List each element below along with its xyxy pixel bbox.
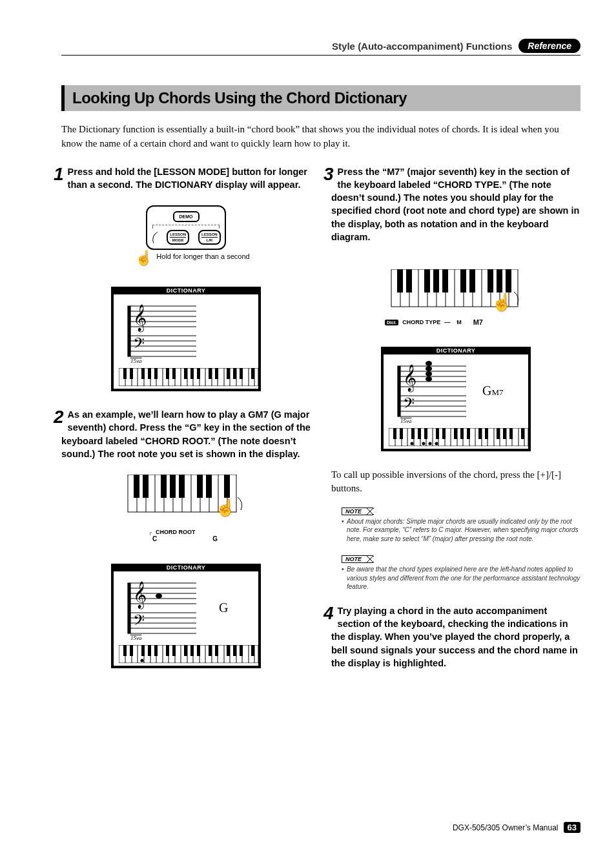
- svg-rect-66: [143, 475, 149, 498]
- chord-root-label: CHORD ROOT: [156, 529, 196, 535]
- note-label-1: NOTE: [342, 508, 373, 515]
- note-label-2: NOTE: [342, 555, 373, 563]
- dictionary-header: DICTIONARY: [111, 287, 261, 294]
- note-box-2: NOTE Be aware that the chord types expla…: [331, 552, 580, 591]
- svg-point-129: [141, 659, 144, 662]
- svg-point-216: [435, 442, 438, 445]
- mini-keyboard-g-icon: [119, 645, 258, 663]
- footer-manual-name: DGX-505/305 Owner’s Manual: [453, 823, 559, 832]
- staff-notation-g-icon: 𝄞 𝄢 G 15va: [119, 577, 254, 641]
- svg-point-213: [411, 442, 414, 445]
- svg-rect-14: [119, 368, 258, 386]
- demo-button-label: DEMO: [173, 211, 200, 222]
- svg-text:𝄞: 𝄞: [133, 304, 147, 333]
- svg-rect-145: [406, 269, 412, 292]
- svg-rect-185: [478, 428, 482, 439]
- svg-rect-90: [119, 645, 258, 663]
- chord-type-label: CHORD TYPE: [402, 319, 440, 325]
- dictionary-header-2: DICTIONARY: [111, 564, 261, 571]
- svg-text:GM7: GM7: [482, 384, 504, 398]
- step-3: 3 Press the “M7” (major seventh) key in …: [331, 165, 580, 244]
- section-title: Looking Up Chords Using the Chord Dictio…: [72, 89, 573, 107]
- svg-rect-182: [454, 428, 457, 439]
- svg-rect-147: [433, 269, 439, 292]
- figure-dictionary-empty: DICTIONARY 𝄞 𝄢 15va: [61, 283, 311, 391]
- svg-rect-104: [233, 645, 236, 656]
- note-2-text: Be aware that the chord types explained …: [342, 565, 580, 591]
- svg-rect-69: [179, 475, 185, 498]
- svg-rect-153: [506, 269, 511, 292]
- svg-text:15va: 15va: [130, 358, 142, 364]
- note-box-1: NOTE About major chords: Simple major ch…: [331, 504, 580, 544]
- svg-rect-103: [227, 645, 230, 656]
- svg-rect-65: [134, 475, 139, 498]
- svg-text:15va: 15va: [130, 635, 142, 641]
- chord-type-keyboard-icon: ☝: [385, 269, 527, 314]
- svg-point-215: [429, 442, 432, 445]
- step-4-text: Try playing a chord in the auto accompan…: [331, 606, 578, 668]
- hand-pointer-icon: ☝: [135, 251, 152, 265]
- dictionary-header-3: DICTIONARY: [381, 347, 531, 354]
- lesson-mode-button: LESSON MODE: [167, 230, 189, 245]
- inversion-note: To call up possible inversions of the ch…: [331, 468, 580, 495]
- svg-rect-187: [497, 428, 500, 439]
- hold-caption: Hold for longer than a second: [156, 252, 249, 260]
- svg-text:𝄞: 𝄞: [133, 581, 147, 610]
- svg-point-170: [426, 366, 432, 371]
- svg-rect-98: [184, 645, 187, 656]
- step-1: 1 Press and hold the [LESSON MODE] butto…: [61, 165, 311, 192]
- svg-rect-25: [209, 368, 212, 379]
- key-g-label: G: [212, 535, 218, 542]
- svg-rect-68: [170, 475, 176, 498]
- note-1-text: About major chords: Simple major chords …: [342, 517, 580, 544]
- svg-text:𝄢: 𝄢: [133, 335, 145, 355]
- svg-point-214: [422, 442, 426, 445]
- staff-notation-gm7-icon: 𝄞 𝄢 GM7 15va: [389, 360, 524, 424]
- svg-text:G: G: [219, 600, 228, 615]
- svg-point-171: [426, 361, 432, 366]
- step-2-text: As an example, we’ll learn how to play a…: [61, 409, 311, 459]
- chord-root-keyboard-icon: ☝: [121, 475, 251, 525]
- svg-point-168: [426, 376, 432, 382]
- key-c-label: C: [152, 535, 157, 542]
- step-4-number: 4: [323, 604, 334, 622]
- figure-lesson-button: DEMO LESSON MODE LESSON L/R: [61, 205, 311, 267]
- page-number-badge: 63: [564, 822, 580, 833]
- svg-rect-70: [197, 475, 203, 498]
- reference-badge: Reference: [518, 39, 580, 53]
- step-2-number: 2: [54, 408, 64, 426]
- svg-rect-149: [460, 269, 466, 292]
- figure-dictionary-g: DICTIONARY 𝄞 𝄢 G 15va: [61, 560, 311, 668]
- svg-rect-144: [397, 269, 403, 292]
- step-1-number: 1: [54, 165, 64, 183]
- svg-rect-106: [251, 645, 254, 656]
- step-4: 4 Try playing a chord in the auto accomp…: [331, 604, 580, 670]
- mini-keyboard-gm7-icon: [389, 428, 528, 446]
- svg-rect-67: [161, 475, 167, 498]
- staff-notation-icon: 𝄞 𝄢 15va: [119, 300, 254, 364]
- svg-text:𝄢: 𝄢: [403, 395, 415, 415]
- mini-keyboard-icon: [119, 368, 258, 386]
- svg-text:15va: 15va: [400, 418, 412, 424]
- figure-chord-type: ☝ Dict. CHORD TYPE — M M7: [331, 269, 580, 327]
- svg-rect-30: [251, 368, 254, 379]
- figure-chord-root: ☝ ┌ CHORD ROOT C G: [61, 475, 311, 544]
- svg-rect-188: [503, 428, 506, 439]
- svg-text:𝄢: 𝄢: [133, 612, 145, 632]
- svg-rect-148: [442, 269, 448, 292]
- step-2: 2 As an example, we’ll learn how to play…: [61, 408, 311, 460]
- svg-rect-146: [424, 269, 430, 292]
- svg-rect-165: [398, 366, 400, 416]
- svg-rect-27: [227, 368, 230, 379]
- svg-point-87: [156, 593, 162, 599]
- svg-rect-101: [209, 645, 212, 656]
- svg-text:𝄞: 𝄞: [403, 364, 416, 393]
- section-title-bar: Looking Up Chords Using the Chord Dictio…: [61, 85, 580, 111]
- svg-text:☝: ☝: [491, 292, 513, 313]
- m-label: M: [457, 319, 462, 325]
- svg-rect-71: [206, 475, 212, 498]
- intro-paragraph: The Dictionary function is essentially a…: [61, 123, 580, 151]
- step-1-text: Press and hold the [LESSON MODE] button …: [68, 167, 307, 190]
- svg-rect-22: [184, 368, 187, 379]
- figure-dictionary-gm7: DICTIONARY 𝄞 𝄢: [331, 343, 580, 451]
